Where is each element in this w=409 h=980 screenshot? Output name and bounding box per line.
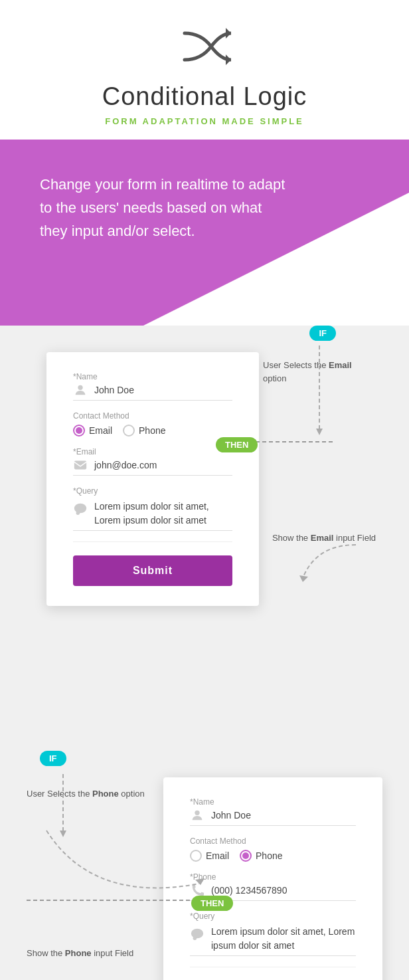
curve-arrow-2 [27,817,212,904]
shuffle-icon [13,20,396,76]
then-badge-2: THEN [191,896,233,911]
query-icon-1 [73,501,88,516]
email-label-1: *Email [73,447,232,456]
contact-method-label-2: Contact Method [190,836,356,846]
header-section: Conditional Logic FORM ADAPTATION MADE S… [0,0,409,140]
email-radio-circle-1 [73,425,85,437]
name-value-2: John Doe [211,810,356,821]
radio-group-2: Email Phone [190,850,356,862]
svg-marker-12 [195,878,204,885]
phone-radio-label-1: Phone [139,425,165,436]
svg-point-14 [195,811,199,815]
query-row-2: Lorem ipsum dolor sit amet, Lorem ipsum … [190,922,356,956]
phone-label-2: *Phone [190,872,356,882]
phone-radio-circle-2 [240,850,252,862]
phone-radio-1[interactable]: Phone [123,425,165,437]
arrow-then-to-phone-2 [53,970,219,980]
email-value-1: john@doe.com [94,460,232,470]
page-title: Conditional Logic [13,82,396,111]
submit-button-1[interactable]: Submit [73,555,232,586]
svg-rect-6 [74,461,86,470]
demo-section: IF User Selects the Email option Show th… [0,326,409,980]
form-card-1: *Name John Doe Contact Method Email [46,352,259,606]
query-field-group-2: *Query Lorem ipsum dolor sit amet, Lorem… [190,912,356,956]
demo-area-2: IF User Selects the Phone option Show th… [20,751,389,980]
demo1-if-badge: IF [309,326,336,341]
name-row-2: John Doe [190,808,356,826]
phone-value-2: (000) 1234567890 [211,885,356,896]
then-badge-1: THEN [216,437,258,452]
svg-marker-4 [299,575,308,582]
phone-radio-label-2: Phone [256,850,282,861]
banner-text: Change your form in realtime to adapt to… [20,173,286,243]
user-icon-1 [73,383,88,397]
demo-area-1: IF User Selects the Email option Show th… [20,326,389,724]
arrow-if-to-then-1 [313,345,326,439]
if-badge-1: IF [309,326,336,341]
name-label-2: *Name [190,797,356,807]
demo2-then-annotation: Show the Phone input Field [27,947,133,960]
contact-method-section-1: Contact Method Email Phone [73,411,232,437]
query-label-2: *Query [190,912,356,921]
email-radio-label-1: Email [89,425,112,436]
dashed-line-then-2 [27,899,193,902]
email-icon-1 [73,458,88,472]
arrow-then-to-field-1 [283,538,363,591]
page-subtitle: FORM ADAPTATION MADE SIMPLE [13,116,396,126]
name-field-group-2: *Name John Doe [190,797,356,826]
name-value-1: John Doe [94,385,232,395]
query-label-1: *Query [73,486,232,496]
name-row-1: John Doe [73,383,232,401]
contact-method-label-1: Contact Method [73,411,232,421]
svg-marker-3 [316,429,323,435]
query-value-1: Lorem ipsum dolor sit amet, Lorem ipsum … [94,500,232,528]
phone-radio-circle-1 [123,425,135,437]
dashed-line-then-1 [249,441,335,443]
email-field-group-1: *Email john@doe.com [73,447,232,476]
email-radio-1[interactable]: Email [73,425,112,437]
demo2-if-badge: IF [40,751,66,766]
svg-point-15 [191,929,203,939]
query-icon-2 [190,926,204,941]
svg-point-7 [74,504,86,514]
demo2-if-annotation: User Selects the Phone option [27,787,145,801]
name-label-1: *Name [73,372,232,381]
divider-2 [190,967,356,967]
svg-point-8 [76,512,80,516]
svg-point-16 [193,937,197,941]
svg-marker-0 [226,28,231,39]
purple-banner: Change your form in realtime to adapt to… [0,140,409,326]
query-field-group-1: *Query Lorem ipsum dolor sit amet, Lorem… [73,486,232,531]
svg-point-5 [78,385,82,390]
query-row-1: Lorem ipsum dolor sit amet, Lorem ipsum … [73,497,232,531]
name-field-group-1: *Name John Doe [73,372,232,401]
svg-marker-1 [226,54,231,65]
radio-group-1: Email Phone [73,425,232,437]
query-value-2: Lorem ipsum dolor sit amet, Lorem ipsum … [211,925,356,953]
email-row-1: john@doe.com [73,458,232,476]
if-badge-2: IF [40,751,66,766]
divider-1 [73,541,232,542]
phone-radio-2[interactable]: Phone [240,850,282,862]
